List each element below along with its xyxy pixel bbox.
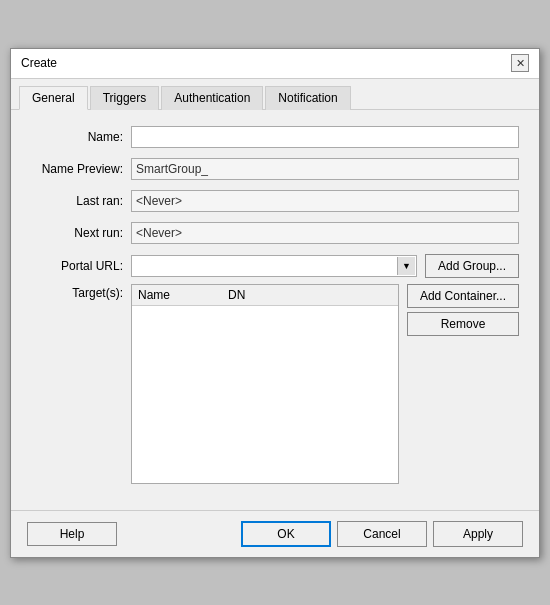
create-dialog: Create ✕ General Triggers Authentication… <box>10 48 540 558</box>
portal-url-row: Portal URL: ▼ Add Group... <box>31 254 519 278</box>
targets-col-dn-header: DN <box>228 288 392 302</box>
name-preview-row: Name Preview: <box>31 158 519 180</box>
tab-notification[interactable]: Notification <box>265 86 350 110</box>
cancel-button[interactable]: Cancel <box>337 521 427 547</box>
last-ran-label: Last ran: <box>31 194 131 208</box>
targets-row: Target(s): Name DN Add Container... Remo… <box>31 284 519 484</box>
form-content: Name: Name Preview: Last ran: Next run: … <box>11 110 539 510</box>
name-row: Name: <box>31 126 519 148</box>
name-input[interactable] <box>131 126 519 148</box>
name-label: Name: <box>31 130 131 144</box>
targets-label: Target(s): <box>31 284 131 300</box>
ok-button[interactable]: OK <box>241 521 331 547</box>
targets-table-header: Name DN <box>132 285 398 306</box>
tab-authentication[interactable]: Authentication <box>161 86 263 110</box>
bottom-bar: Help OK Cancel Apply <box>11 510 539 557</box>
add-container-button[interactable]: Add Container... <box>407 284 519 308</box>
apply-button[interactable]: Apply <box>433 521 523 547</box>
last-ran-row: Last ran: <box>31 190 519 212</box>
help-button[interactable]: Help <box>27 522 117 546</box>
side-buttons: Add Container... Remove <box>407 284 519 336</box>
targets-col-name-header: Name <box>138 288 228 302</box>
close-button[interactable]: ✕ <box>511 54 529 72</box>
name-preview-label: Name Preview: <box>31 162 131 176</box>
tab-general[interactable]: General <box>19 86 88 110</box>
name-preview-input <box>131 158 519 180</box>
bottom-right-buttons: OK Cancel Apply <box>241 521 523 547</box>
add-group-button[interactable]: Add Group... <box>425 254 519 278</box>
remove-button[interactable]: Remove <box>407 312 519 336</box>
tab-triggers[interactable]: Triggers <box>90 86 160 110</box>
last-ran-input <box>131 190 519 212</box>
portal-url-select[interactable] <box>131 255 417 277</box>
portal-url-label: Portal URL: <box>31 259 131 273</box>
targets-table: Name DN <box>131 284 399 484</box>
next-run-input <box>131 222 519 244</box>
next-run-row: Next run: <box>31 222 519 244</box>
title-bar: Create ✕ <box>11 49 539 79</box>
dialog-title: Create <box>21 56 57 70</box>
next-run-label: Next run: <box>31 226 131 240</box>
tab-bar: General Triggers Authentication Notifica… <box>11 79 539 110</box>
portal-url-select-wrap: ▼ <box>131 255 417 277</box>
